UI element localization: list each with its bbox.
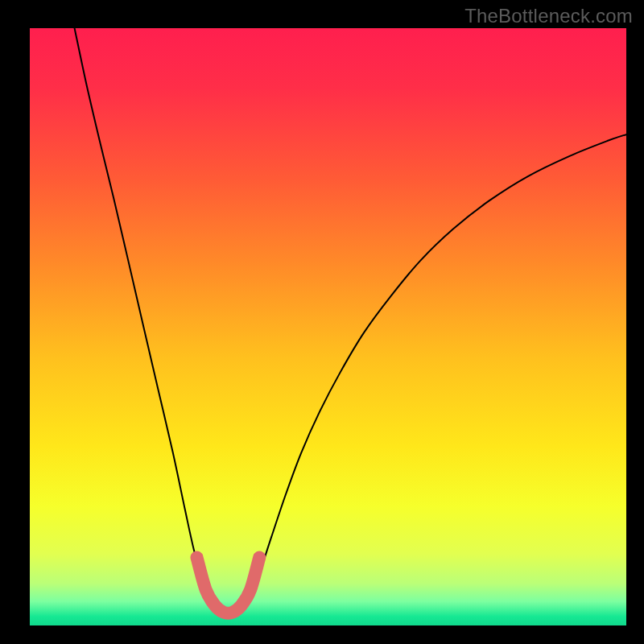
chart-svg [30,28,626,625]
chart-outer-frame: TheBottleneck.com [0,0,644,644]
watermark-text: TheBottleneck.com [464,5,633,27]
gradient-background [30,28,626,625]
plot-area [30,28,626,625]
